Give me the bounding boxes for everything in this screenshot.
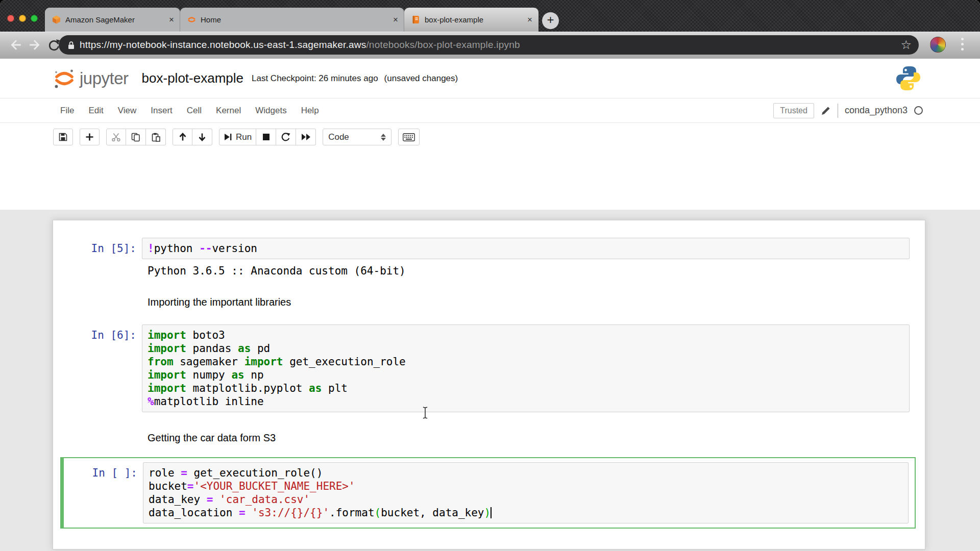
profile-avatar[interactable] — [930, 37, 946, 53]
close-tab-icon[interactable]: × — [169, 15, 174, 24]
lock-icon — [68, 41, 75, 49]
select-arrows-icon — [381, 134, 386, 141]
new-tab-button[interactable]: + — [542, 12, 559, 29]
move-down-icon — [198, 133, 206, 141]
menu-item-kernel[interactable]: Kernel — [209, 98, 248, 122]
browser-tab-home[interactable]: Home× — [180, 8, 404, 32]
run-button[interactable]: Run — [219, 129, 256, 145]
url-text: https://my-notebook-instance.notebook.us… — [80, 39, 895, 51]
menu-item-file[interactable]: File — [53, 98, 81, 122]
trusted-button[interactable]: Trusted — [773, 103, 814, 118]
minimize-window-button[interactable] — [19, 15, 26, 22]
copy-button[interactable] — [126, 129, 146, 145]
address-bar[interactable]: https://my-notebook-instance.notebook.us… — [59, 35, 919, 55]
cell-prompt: In [5]: — [60, 238, 142, 259]
browser-window: Amazon SageMaker×Home×box-plot-example× … — [0, 0, 980, 551]
move-down-button[interactable] — [192, 129, 212, 145]
url-host: https://my-notebook-instance.notebook.us… — [80, 39, 366, 50]
notebook-container: In [5]:!python --versionPython 3.6.5 :: … — [53, 220, 925, 549]
paste-button[interactable] — [146, 129, 166, 145]
paste-icon — [152, 133, 160, 142]
notebook-header: jupyter box-plot-example Last Checkpoint… — [0, 59, 980, 98]
code-cell[interactable]: In [5]:!python --version — [60, 235, 917, 262]
kernel-name[interactable]: conda_python3 — [845, 105, 908, 116]
close-tab-icon[interactable]: × — [393, 15, 398, 24]
tab-title: Home — [201, 15, 389, 24]
window-controls — [7, 15, 38, 22]
menu-item-view[interactable]: View — [111, 98, 144, 122]
browser-tab-strip: Amazon SageMaker×Home×box-plot-example× … — [0, 0, 980, 32]
notebook-scroll-area[interactable]: In [5]:!python --versionPython 3.6.5 :: … — [0, 210, 980, 551]
fast-forward-button[interactable] — [296, 129, 316, 145]
close-tab-icon[interactable]: × — [527, 15, 532, 24]
save-icon — [59, 133, 67, 141]
markdown-cell[interactable]: Importing the important libraries — [148, 295, 910, 309]
restart-button[interactable] — [276, 129, 296, 145]
keyboard-icon — [403, 133, 415, 141]
save-button[interactable] — [53, 129, 73, 145]
forward-arrow-icon[interactable] — [28, 38, 41, 52]
run-button-label: Run — [236, 132, 252, 142]
keyboard-shortcuts-button[interactable] — [398, 129, 420, 145]
restart-icon — [281, 133, 290, 142]
cell-code-editor[interactable]: import boto3import pandas as pdfrom sage… — [142, 324, 910, 412]
move-up-button[interactable] — [173, 129, 192, 145]
run-icon — [224, 133, 232, 141]
add-cell-button[interactable] — [80, 129, 100, 145]
cell-type-value: Code — [328, 132, 381, 142]
cut-button[interactable] — [106, 129, 126, 145]
code-cell[interactable]: In [6]:import boto3import pandas as pdfr… — [60, 321, 917, 415]
menu-item-cell[interactable]: Cell — [180, 98, 209, 122]
python-logo-icon — [894, 64, 922, 92]
zoom-window-button[interactable] — [31, 15, 38, 22]
stop-button[interactable] — [256, 129, 276, 145]
stop-icon — [262, 133, 270, 141]
notebook-orange-icon — [411, 15, 420, 24]
cell-type-select[interactable]: Code — [323, 129, 391, 145]
tab-title: box-plot-example — [425, 15, 523, 24]
cut-icon — [111, 133, 121, 142]
bookmark-star-icon[interactable]: ☆ — [900, 39, 912, 51]
cell-code-editor[interactable]: !python --version — [142, 238, 910, 259]
menu-item-help[interactable]: Help — [294, 98, 326, 122]
jupyter-ring-icon — [187, 15, 196, 24]
tab-title: Amazon SageMaker — [65, 15, 165, 24]
notebook-toolbar: Run Code — [0, 123, 980, 151]
output-text: Python 3.6.5 :: Anaconda custom (64-bit) — [142, 264, 406, 278]
jupyter-wordmark: jupyter — [80, 69, 129, 88]
cell-output: Python 3.6.5 :: Anaconda custom (64-bit) — [60, 262, 917, 280]
markdown-cell[interactable]: Getting the car data form S3 — [148, 431, 910, 445]
code-cell-selected[interactable]: In [ ]:role = get_execution_role()bucket… — [60, 457, 916, 529]
browser-tab-amazon-sagemaker[interactable]: Amazon SageMaker× — [45, 8, 180, 32]
url-path: /notebooks/box-plot-example.ipynb — [366, 39, 520, 50]
fast-forward-icon — [301, 133, 311, 141]
checkpoint-status: Last Checkpoint: 26 minutes ago — [252, 73, 378, 84]
unsaved-changes-label: (unsaved changes) — [384, 73, 458, 84]
menu-item-widgets[interactable]: Widgets — [248, 98, 293, 122]
browser-tab-box-plot-example[interactable]: box-plot-example× — [404, 8, 538, 32]
kernel-status-icon — [914, 106, 923, 115]
close-window-button[interactable] — [7, 15, 14, 22]
notebook-menubar: FileEditViewInsertCellKernelWidgetsHelp … — [0, 98, 980, 123]
back-arrow-icon[interactable] — [9, 38, 22, 52]
text-cursor — [491, 507, 492, 518]
add-cell-icon — [85, 133, 94, 141]
menu-item-insert[interactable]: Insert — [143, 98, 180, 122]
copy-icon — [131, 133, 140, 142]
notebook-title[interactable]: box-plot-example — [142, 70, 243, 86]
cell-code-editor[interactable]: role = get_execution_role()bucket='<YOUR… — [143, 462, 909, 523]
edit-pencil-icon[interactable] — [821, 106, 831, 116]
cell-prompt: In [ ]: — [61, 462, 143, 523]
menu-item-edit[interactable]: Edit — [81, 98, 110, 122]
jupyter-logo-icon[interactable] — [53, 67, 76, 90]
cell-prompt: In [6]: — [60, 324, 142, 412]
sagemaker-cube-icon — [52, 15, 61, 24]
move-up-icon — [179, 133, 187, 141]
jupyter-page: jupyter box-plot-example Last Checkpoint… — [0, 59, 980, 551]
divider — [838, 104, 838, 118]
browser-menu-icon[interactable] — [961, 38, 964, 53]
